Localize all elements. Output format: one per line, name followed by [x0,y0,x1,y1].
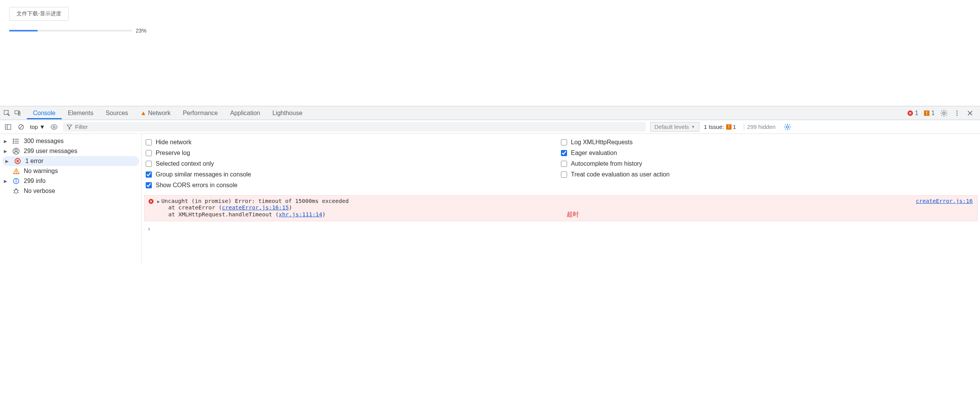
tab-elements[interactable]: Elements [62,107,100,119]
stack-link[interactable]: xhr.js:111:14 [279,211,322,217]
sidebar-item-label: No verbose [24,188,55,194]
progress-bar-row: 23% [9,28,971,34]
progress-bar [9,30,132,31]
console-error-entry[interactable]: createError.js:16 ▶Uncaught (in promise)… [144,195,978,221]
hidden-count[interactable]: 299 hidden [744,124,779,130]
stack-text: at createError ( [168,204,222,211]
issues-indicator[interactable]: 1 Issue: !1 [704,124,736,130]
error-stack-line: at XMLHttpRequest.handleTimeout (xhr.js:… [148,211,973,219]
sidebar-item-label: 299 info [24,178,46,185]
progress-fill [9,30,38,31]
chk-label: Treat code evaluation as user action [571,171,669,178]
tab-lighthouse[interactable]: Lighthouse [266,107,309,119]
clear-console-icon[interactable] [17,123,25,131]
close-icon[interactable] [966,109,974,117]
levels-label: Default levels [654,124,689,130]
expand-icon: ▶ [4,179,8,184]
sidebar-item-info[interactable]: ▶ 299 info [0,176,141,186]
chk-eager-eval[interactable]: Eager evaluation [561,148,976,158]
issue-count-badge[interactable]: 1 [924,110,935,117]
expand-icon: ▶ [4,149,8,154]
sidebar-item-warnings[interactable]: No warnings [0,166,141,176]
download-button[interactable]: 文件下载-显示进度 [9,7,69,21]
chk-preserve-log[interactable]: Preserve log [146,148,561,158]
issue-count: 1 [931,110,935,117]
issue-num: 1 [733,124,736,130]
device-icon[interactable] [14,109,21,117]
warning-icon: ▲ [140,110,146,116]
chk-label: Selected context only [156,160,214,167]
devtools-panel: Console Elements Sources ▲Network Perfor… [0,106,980,264]
expand-icon: ▶ [5,159,10,164]
tab-sources[interactable]: Sources [99,107,134,119]
svg-line-14 [20,125,23,129]
tab-console[interactable]: Console [27,107,62,119]
svg-point-20 [13,139,14,140]
svg-point-22 [13,143,14,143]
svg-rect-5 [926,111,927,114]
error-count-badge[interactable]: 1 [907,110,918,117]
console-settings-gear-icon[interactable] [783,123,792,131]
svg-rect-6 [926,114,927,115]
console-main: Hide network Preserve log Selected conte… [142,134,980,264]
error-icon [14,157,21,165]
sidebar-item-verbose[interactable]: No verbose [0,186,141,196]
svg-point-15 [53,126,55,128]
filter-icon [67,124,72,130]
svg-point-16 [786,126,789,128]
chk-show-cors[interactable]: Show CORS errors in console [146,180,561,191]
chk-hide-network[interactable]: Hide network [146,137,561,148]
tab-network[interactable]: ▲Network [134,107,177,119]
chk-label: Eager evaluation [571,150,617,157]
error-source-link[interactable]: createError.js:16 [916,198,973,204]
sidebar-item-messages[interactable]: ▶ 300 messages [0,136,141,146]
sidebar-item-user-messages[interactable]: ▶ 299 user messages [0,146,141,156]
tab-application[interactable]: Application [224,107,266,119]
svg-point-31 [15,189,18,193]
error-headline: Uncaught (in promise) Error: timeout of … [161,198,349,204]
eye-icon[interactable] [50,123,58,131]
kebab-icon[interactable] [953,109,961,117]
expand-icon[interactable]: ▶ [157,199,160,204]
levels-selector[interactable]: Default levels ▼ [650,122,699,132]
filter-box[interactable] [63,122,646,132]
chk-treat-eval[interactable]: Treat code evaluation as user action [561,169,976,180]
error-stack-line: at createError (createError.js:16:15) [148,204,973,211]
chevron-down-icon: ▼ [691,125,695,129]
chk-selected-context[interactable]: Selected context only [146,158,561,169]
chk-autocomplete[interactable]: Autocomplete from history [561,158,976,169]
chk-label: Log XMLHttpRequests [571,139,633,146]
sidebar-item-errors[interactable]: ▶ 1 error [2,156,139,166]
chk-label: Autocomplete from history [571,160,642,167]
info-icon [12,177,20,185]
gear-icon[interactable] [940,109,948,117]
list-icon [12,137,20,145]
context-selector[interactable]: top ▼ [30,124,45,130]
sidebar-item-label: 300 messages [24,138,64,145]
expand-icon: ▶ [4,139,8,144]
error-icon [148,199,154,204]
chk-label: Group similar messages in console [156,171,251,178]
svg-point-27 [16,172,16,173]
warning-icon [12,167,20,175]
stack-link[interactable]: createError.js:16:15 [222,204,289,211]
sidebar-item-label: 1 error [25,158,43,165]
console-sidebar: ▶ 300 messages ▶ 299 user messages ▶ 1 e… [0,134,142,264]
toggle-sidebar-icon[interactable] [4,123,12,131]
svg-point-9 [957,112,958,114]
stack-text: at XMLHttpRequest.handleTimeout ( [168,211,279,217]
console-prompt[interactable]: › [142,223,980,235]
issue-label: 1 Issue: [704,124,724,130]
stack-text: ) [289,204,292,211]
annotation-text: 超时 [567,211,579,217]
chk-label: Hide network [156,139,191,146]
chk-log-xhr[interactable]: Log XMLHttpRequests [561,137,976,148]
filter-input[interactable] [75,124,642,130]
error-count: 1 [915,110,918,117]
console-toolbar: top ▼ Default levels ▼ 1 Issue: !1 299 h… [0,120,980,134]
chk-group-similar[interactable]: Group similar messages in console [146,169,561,180]
tab-performance[interactable]: Performance [177,107,224,119]
inspect-icon[interactable] [3,109,11,117]
devtools-tabstrip: Console Elements Sources ▲Network Perfor… [0,106,980,120]
svg-point-21 [13,141,14,142]
